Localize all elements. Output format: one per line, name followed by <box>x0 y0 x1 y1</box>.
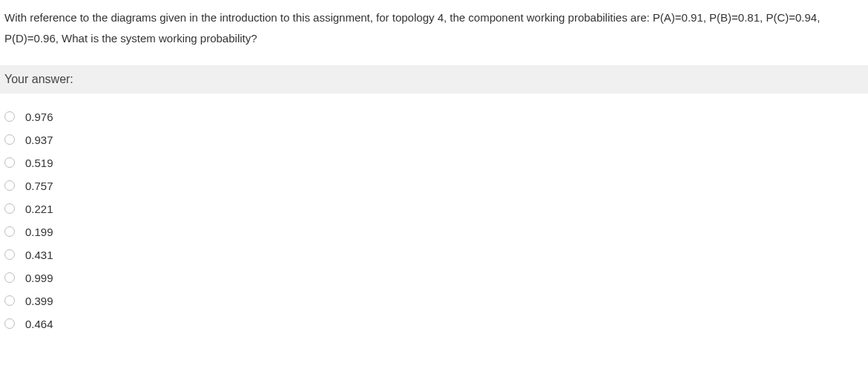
option-label: 0.399 <box>25 295 53 307</box>
option-label: 0.999 <box>25 272 53 284</box>
option-label: 0.519 <box>25 157 53 169</box>
option-row[interactable]: 0.221 <box>0 197 868 220</box>
radio-icon <box>4 295 15 306</box>
option-label: 0.937 <box>25 134 53 146</box>
option-row[interactable]: 0.199 <box>0 220 868 243</box>
question-text: With reference to the diagrams given in … <box>0 0 868 49</box>
option-label: 0.976 <box>25 111 53 123</box>
option-row[interactable]: 0.431 <box>0 243 868 266</box>
option-row[interactable]: 0.999 <box>0 266 868 289</box>
radio-icon <box>4 272 15 283</box>
option-label: 0.464 <box>25 318 53 330</box>
radio-icon <box>4 157 15 168</box>
answer-header: Your answer: <box>0 65 868 94</box>
radio-icon <box>4 111 15 122</box>
radio-icon <box>4 226 15 237</box>
option-label: 0.431 <box>25 249 53 261</box>
radio-icon <box>4 249 15 260</box>
radio-icon <box>4 203 15 214</box>
option-row[interactable]: 0.976 <box>0 105 868 128</box>
radio-icon <box>4 180 15 191</box>
option-label: 0.199 <box>25 226 53 238</box>
option-row[interactable]: 0.757 <box>0 174 868 197</box>
option-label: 0.221 <box>25 203 53 215</box>
options-list: 0.976 0.937 0.519 0.757 0.221 0.199 0.43… <box>0 94 868 335</box>
radio-icon <box>4 318 15 329</box>
option-row[interactable]: 0.519 <box>0 151 868 174</box>
radio-icon <box>4 134 15 145</box>
option-row[interactable]: 0.937 <box>0 128 868 151</box>
option-row[interactable]: 0.464 <box>0 312 868 335</box>
option-label: 0.757 <box>25 180 53 192</box>
option-row[interactable]: 0.399 <box>0 289 868 312</box>
